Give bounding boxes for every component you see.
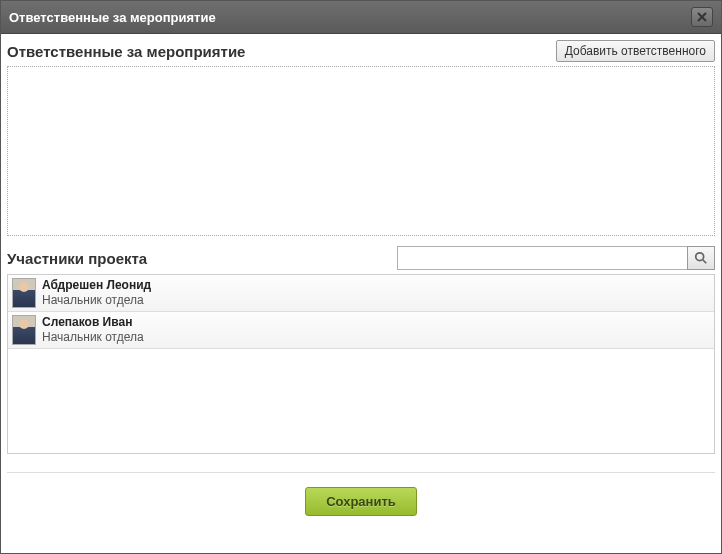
participants-heading: Участники проекта — [7, 250, 147, 267]
participant-role: Начальник отдела — [42, 330, 144, 345]
responsible-dropzone[interactable] — [7, 66, 715, 236]
participants-header: Участники проекта — [7, 246, 715, 274]
avatar — [12, 315, 36, 345]
titlebar: Ответственные за мероприятие — [1, 1, 721, 34]
participant-name: Слепаков Иван — [42, 315, 144, 330]
participant-info: Слепаков Иван Начальник отдела — [42, 315, 144, 345]
search-icon — [694, 251, 708, 265]
list-item[interactable]: Слепаков Иван Начальник отдела — [8, 312, 714, 349]
participant-info: Абдрешен Леонид Начальник отдела — [42, 278, 151, 308]
dialog-responsible: Ответственные за мероприятие Ответственн… — [0, 0, 722, 554]
participant-name: Абдрешен Леонид — [42, 278, 151, 293]
close-icon — [696, 11, 708, 23]
dialog-title: Ответственные за мероприятие — [9, 10, 216, 25]
dialog-content: Ответственные за мероприятие Добавить от… — [1, 34, 721, 553]
save-button[interactable]: Сохранить — [305, 487, 417, 516]
responsible-header: Ответственные за мероприятие Добавить от… — [7, 38, 715, 66]
participants-section: Участники проекта Абдрешен Леонид — [7, 246, 715, 454]
responsible-heading: Ответственные за мероприятие — [7, 43, 245, 60]
add-responsible-button[interactable]: Добавить ответственного — [556, 40, 715, 62]
search-wrap — [397, 246, 715, 270]
svg-point-2 — [696, 253, 704, 261]
dialog-footer: Сохранить — [7, 473, 715, 530]
list-item[interactable]: Абдрешен Леонид Начальник отдела — [8, 275, 714, 312]
avatar — [12, 278, 36, 308]
search-input[interactable] — [397, 246, 687, 270]
participants-list: Абдрешен Леонид Начальник отдела Слепако… — [7, 274, 715, 454]
close-button[interactable] — [691, 7, 713, 27]
svg-line-3 — [703, 260, 707, 264]
participant-role: Начальник отдела — [42, 293, 151, 308]
search-button[interactable] — [687, 246, 715, 270]
